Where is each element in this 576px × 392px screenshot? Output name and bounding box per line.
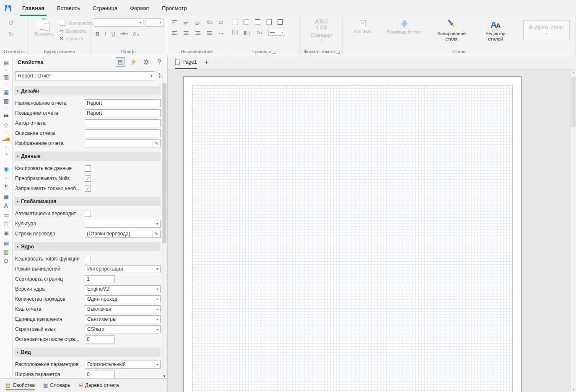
gauge-chevron-icon[interactable]: › <box>5 159 7 164</box>
info-card-icon[interactable]: ▤ <box>3 238 9 247</box>
engine-version-select[interactable]: EngineV2▾ <box>85 285 161 293</box>
report-description-input[interactable] <box>85 129 161 137</box>
chart-chevron-icon[interactable]: › <box>5 144 7 150</box>
cache-all-data-checkbox[interactable] <box>85 165 91 172</box>
number-of-passes-select[interactable]: Один проход▾ <box>85 295 161 303</box>
properties-scrollbar[interactable]: ▼ <box>162 83 167 375</box>
canvas-scrollbar[interactable]: ▲ ▼ <box>571 70 576 392</box>
globalization-strings-input[interactable] <box>85 230 161 238</box>
panel-icon[interactable]: ▭ <box>3 210 9 219</box>
container-icon[interactable]: ▣ <box>3 229 9 238</box>
properties-view-button[interactable]: ▤ <box>116 57 125 67</box>
group-header-globalization[interactable]: ▾Глобализация <box>14 197 161 206</box>
script-language-select[interactable]: CSharp▾ <box>85 325 161 333</box>
page1-tab[interactable]: Page1 <box>175 55 197 69</box>
report-unit-select[interactable]: Сантиметры▾ <box>85 315 161 323</box>
rotate-text-button[interactable]: ↻▾ <box>207 19 213 26</box>
border-color-button[interactable]: ✎▾ <box>256 29 262 36</box>
align-center-button[interactable] <box>183 31 189 36</box>
report-author-input[interactable] <box>85 119 161 127</box>
align-top-button[interactable] <box>171 20 177 25</box>
strikethrough-button[interactable]: abc <box>120 31 128 36</box>
tab-report-tree[interactable]: ⊞Дерево отчета <box>79 379 119 392</box>
image-text-icon[interactable]: A <box>4 201 8 210</box>
chart-icon[interactable]: ▂▅▇ <box>2 135 10 144</box>
select-style-button[interactable]: Выбрать стиль ▾ <box>523 20 570 40</box>
underline-button[interactable]: U <box>112 31 115 37</box>
text-icon[interactable]: ≡ <box>4 173 8 183</box>
cut-button[interactable]: ✂Вырезать <box>59 28 93 34</box>
redo-button[interactable]: ↻ <box>8 31 14 39</box>
events-view-button[interactable] <box>129 57 138 67</box>
italic-button[interactable]: I <box>104 30 106 37</box>
tab-format[interactable]: Формат <box>124 0 156 16</box>
pin-panel-button[interactable] <box>155 57 164 67</box>
borders-dialog-launcher-icon[interactable] <box>272 51 275 54</box>
border-right-button[interactable] <box>266 19 272 25</box>
text-in-cells-icon[interactable]: ▦ <box>3 192 9 201</box>
convert-nulls-checkbox[interactable]: ✓ <box>85 175 91 182</box>
cache-totals-checkbox[interactable] <box>85 256 91 262</box>
crosstab-chevron-icon[interactable]: › <box>5 106 7 111</box>
scrollbar-thumb[interactable] <box>162 83 166 243</box>
culture-select[interactable]: ▾ <box>85 220 161 228</box>
font-color-button[interactable]: A ▾ <box>133 31 140 37</box>
auto-localize-checkbox[interactable] <box>85 211 91 217</box>
tab-dictionary[interactable]: ▦Словарь <box>43 379 70 392</box>
tools-icon[interactable]: ⚙ <box>3 256 9 266</box>
border-left-button[interactable] <box>244 19 249 25</box>
gauge-icon[interactable]: ◔ <box>4 150 8 159</box>
line-spacing-button[interactable]: ≡▾ <box>218 30 223 36</box>
align-middle-button[interactable] <box>183 20 189 25</box>
scroll-up-icon[interactable]: ▲ <box>571 71 576 74</box>
report-bands-icon[interactable]: ▤ <box>3 58 9 67</box>
group-header-data[interactable]: ▾Данные <box>14 152 161 161</box>
report-name-input[interactable] <box>85 99 161 107</box>
tab-home[interactable]: Главная <box>16 0 51 16</box>
shading-button[interactable] <box>232 30 238 35</box>
text-direction-button[interactable]: ⇄ <box>219 19 223 26</box>
paste-button[interactable]: Вставить <box>32 18 56 48</box>
bold-button[interactable]: B <box>96 31 99 37</box>
report-image-input[interactable] <box>85 139 161 147</box>
border-all-button[interactable] <box>278 19 283 25</box>
interaction-button[interactable]: Взаимодействие <box>384 18 424 36</box>
richtext-icon[interactable]: ¶ <box>5 183 8 192</box>
table-icon[interactable]: ▦ <box>3 87 9 96</box>
stop-before-page-input[interactable] <box>85 335 115 343</box>
tab-preview[interactable]: Просмотр <box>156 0 193 16</box>
text-format-standard-button[interactable]: Стандарт ▾ <box>311 31 333 42</box>
scroll-down-icon[interactable]: ▼ <box>162 374 167 378</box>
settings-button[interactable] <box>142 57 151 67</box>
font-family-select[interactable]: ▾ <box>94 18 143 27</box>
tab-properties[interactable]: ▤Свойства <box>6 379 35 392</box>
scrollbar-thumb[interactable] <box>571 77 576 127</box>
group-header-view[interactable]: ▾Вид <box>14 348 161 357</box>
copy-style-button[interactable]: Копированиестиля <box>436 18 468 43</box>
shape-icon[interactable]: ◇ <box>4 120 8 129</box>
group-header-design[interactable]: ▾Дизайн <box>14 86 161 95</box>
report-alias-input[interactable] <box>85 109 161 117</box>
border-none-button[interactable] <box>232 19 238 25</box>
save-button[interactable] <box>0 0 16 16</box>
image-icon[interactable]: ▨ <box>3 247 9 256</box>
tab-insert[interactable]: Вставить <box>51 0 86 16</box>
report-page[interactable] <box>183 76 522 392</box>
map-icon[interactable]: ◉ <box>3 164 8 173</box>
border-style-select[interactable]: —▾ <box>268 29 285 36</box>
request-only-used-data-checkbox[interactable]: ✓ <box>85 186 91 192</box>
edit-globalization-strings-button[interactable]: ✎ <box>152 230 160 237</box>
calculation-mode-select[interactable]: Интерпретация▾ <box>85 265 161 273</box>
report-cache-select[interactable]: Выключен▾ <box>85 305 161 313</box>
undo-button[interactable]: ↺ <box>8 19 14 27</box>
page-grid-surface[interactable] <box>192 85 513 392</box>
copy-button[interactable]: Копировать <box>59 20 93 26</box>
page-bands-chevron-icon[interactable]: › <box>5 82 7 87</box>
text-format-dialog-launcher-icon[interactable] <box>337 51 340 54</box>
page-icon[interactable]: □ <box>4 219 8 229</box>
scroll-down-icon[interactable]: ▼ <box>571 388 576 391</box>
align-bottom-button[interactable] <box>195 20 201 25</box>
sort-properties-button[interactable]: AZ ↓ <box>158 73 163 79</box>
crosstab-icon[interactable]: ▩ <box>3 96 9 106</box>
align-right-button[interactable] <box>195 31 201 36</box>
